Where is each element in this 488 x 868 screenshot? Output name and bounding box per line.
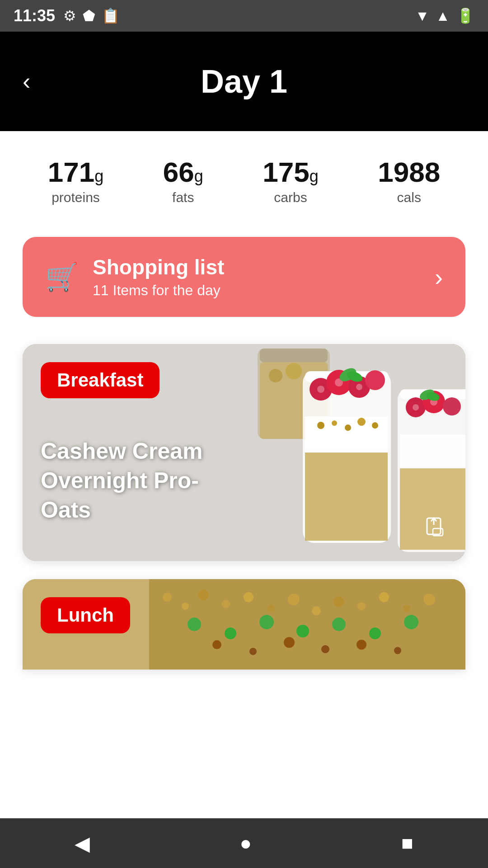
svg-point-51: [379, 592, 389, 602]
svg-point-48: [312, 606, 321, 615]
svg-rect-2: [260, 349, 328, 362]
svg-point-4: [269, 369, 282, 382]
nutrition-fats: 66g fats: [163, 158, 203, 205]
svg-point-64: [321, 645, 329, 653]
svg-point-52: [403, 605, 410, 612]
breakfast-badge: Breakfast: [41, 362, 160, 398]
shopping-list-title: Shopping list: [93, 255, 435, 279]
header: ‹ Day 1: [0, 32, 488, 131]
shopping-list-arrow: ›: [435, 263, 443, 291]
svg-point-50: [357, 602, 366, 610]
share-icon[interactable]: [425, 516, 447, 543]
nav-home-button[interactable]: ●: [239, 832, 252, 854]
svg-point-12: [332, 420, 337, 426]
shield-icon: ⬟: [83, 7, 95, 24]
gear-icon: ⚙: [63, 7, 76, 24]
svg-point-11: [317, 422, 324, 429]
status-bar-right: ▼ ▲ 🔋: [415, 7, 474, 24]
svg-point-55: [225, 627, 236, 639]
breakfast-recipe-title: Cashew Cream Overnight Pro-Oats: [41, 437, 230, 525]
svg-point-43: [198, 590, 209, 600]
lunch-card[interactable]: Lunch: [23, 579, 465, 670]
nav-recents-button[interactable]: ■: [401, 832, 413, 854]
carbs-value: 175g: [263, 158, 318, 186]
svg-point-5: [286, 363, 302, 379]
back-button[interactable]: ‹: [23, 68, 30, 95]
status-icons: ⚙ ⬟ 📋: [63, 7, 120, 24]
nutrition-stats: 171g proteins 66g fats 175g carbs 1988 c…: [0, 131, 488, 228]
proteins-label: proteins: [52, 190, 100, 205]
svg-point-57: [296, 625, 309, 637]
cart-icon: 🛒: [45, 261, 79, 293]
cals-label: cals: [397, 190, 421, 205]
svg-rect-9: [305, 448, 388, 541]
svg-point-66: [394, 647, 401, 654]
status-bar-left: 11:35 ⚙ ⬟ 📋: [14, 6, 120, 25]
svg-point-13: [345, 425, 351, 431]
shopping-text: Shopping list 11 Items for the day: [93, 255, 435, 299]
svg-point-47: [288, 594, 300, 605]
svg-point-62: [249, 648, 257, 655]
svg-point-41: [163, 593, 172, 602]
proteins-value: 171g: [48, 158, 103, 186]
nutrition-cals: 1988 cals: [378, 158, 440, 205]
clipboard-icon: 📋: [102, 7, 120, 24]
svg-point-45: [244, 592, 253, 602]
svg-rect-28: [400, 434, 465, 468]
carbs-label: carbs: [274, 190, 307, 205]
svg-point-33: [443, 397, 461, 415]
wifi-icon: ▼: [415, 8, 430, 24]
svg-point-42: [182, 603, 189, 610]
page-title: Day 1: [201, 63, 287, 100]
svg-point-58: [332, 618, 346, 631]
svg-point-54: [188, 618, 201, 631]
svg-point-59: [369, 627, 381, 639]
svg-point-44: [222, 600, 230, 608]
svg-point-15: [372, 422, 378, 429]
svg-point-30: [413, 404, 419, 410]
svg-point-22: [365, 370, 385, 390]
svg-point-53: [423, 594, 435, 605]
shopping-list-banner[interactable]: 🛒 Shopping list 11 Items for the day ›: [23, 237, 465, 317]
battery-icon: 🔋: [456, 7, 474, 24]
svg-rect-10: [305, 416, 388, 453]
signal-icon: ▲: [436, 8, 450, 24]
svg-point-21: [356, 384, 362, 390]
svg-point-49: [333, 596, 344, 607]
breakfast-card[interactable]: Breakfast Cashew Cream Overnight Pro-Oat…: [23, 344, 465, 561]
svg-point-61: [212, 640, 221, 649]
nutrition-carbs: 175g carbs: [263, 158, 318, 205]
svg-point-63: [284, 637, 295, 648]
svg-point-60: [404, 615, 418, 629]
nav-bar: ◀ ● ■: [0, 818, 488, 868]
lunch-badge: Lunch: [41, 597, 130, 633]
svg-point-46: [267, 605, 275, 612]
svg-point-17: [317, 386, 324, 393]
svg-point-14: [357, 418, 366, 426]
fats-label: fats: [172, 190, 194, 205]
cals-value: 1988: [378, 158, 440, 186]
meals-container: Breakfast Cashew Cream Overnight Pro-Oat…: [0, 335, 488, 670]
svg-point-65: [357, 640, 366, 650]
svg-point-56: [259, 615, 274, 629]
nav-back-button[interactable]: ◀: [75, 832, 90, 855]
status-bar: 11:35 ⚙ ⬟ 📋 ▼ ▲ 🔋: [0, 0, 488, 32]
shopping-list-subtitle: 11 Items for the day: [93, 282, 435, 299]
nutrition-proteins: 171g proteins: [48, 158, 103, 205]
fats-value: 66g: [163, 158, 203, 186]
status-time: 11:35: [14, 6, 55, 25]
